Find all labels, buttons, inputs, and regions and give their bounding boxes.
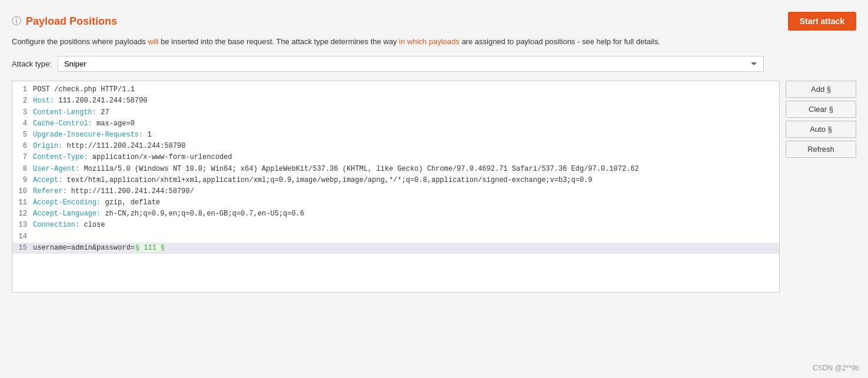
table-row: 5 Upgrade-Insecure-Requests: 1 [12,130,779,141]
page-title: Payload Positions [26,15,117,28]
attack-type-label: Attack type: [12,59,52,68]
request-lines: 1 POST /check.php HTTP/1.1 2 Host: 111.2… [12,81,779,257]
table-row: 11 Accept-Encoding: gzip, deflate [12,197,779,208]
clear-section-button[interactable]: Clear § [786,101,856,118]
description-text: Configure the positions where payloads w… [12,37,856,47]
table-row: 1 POST /check.php HTTP/1.1 [12,84,779,95]
table-row: 15 username=admin&password=§ 111 § [12,243,779,254]
request-editor[interactable]: 1 POST /check.php HTTP/1.1 2 Host: 111.2… [12,81,780,293]
refresh-button[interactable]: Refresh [786,141,856,158]
table-row: 4 Cache-Control: max-age=0 [12,118,779,130]
header-row: ⓘ Payload Positions Start attack [12,12,856,31]
table-row: 3 Content-Length: 27 [12,107,779,118]
table-row: 6 Origin: http://111.200.241.244:58790 [12,141,779,152]
watermark: CSDN @2**9b [813,364,859,372]
table-row: 9 Accept: text/html,application/xhtml+xm… [12,175,779,186]
main-container: ⓘ Payload Positions Start attack Configu… [0,0,868,378]
table-row: 14 [12,231,779,243]
table-row: 7 Content-Type: application/x-www-form-u… [12,152,779,163]
table-row: 13 Connection: close [12,220,779,231]
table-row: 8 User-Agent: Mozilla/5.0 (Windows NT 10… [12,164,779,175]
table-row: 10 Referer: http://111.200.241.244:58790… [12,186,779,197]
attack-type-row: Attack type: Sniper Battering ram Pitchf… [12,56,856,72]
content-area: 1 POST /check.php HTTP/1.1 2 Host: 111.2… [12,81,856,293]
attack-type-select[interactable]: Sniper Battering ram Pitchfork Cluster b… [58,56,764,72]
side-buttons: Add § Clear § Auto § Refresh [786,81,856,293]
add-section-button[interactable]: Add § [786,81,856,98]
start-attack-button[interactable]: Start attack [788,12,856,31]
question-icon[interactable]: ⓘ [12,15,21,28]
table-row: 12 Accept-Language: zh-CN,zh;q=0.9,en;q=… [12,208,779,220]
auto-section-button[interactable]: Auto § [786,121,856,138]
table-row: 2 Host: 111.200.241.244:58790 [12,95,779,107]
